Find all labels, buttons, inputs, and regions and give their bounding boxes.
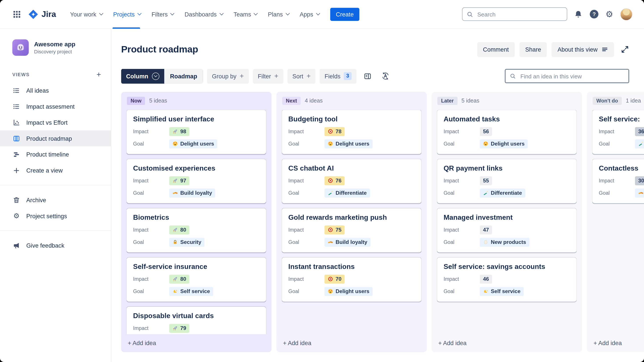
add-idea-button[interactable]: + Add idea xyxy=(587,334,644,352)
impact-value: 70 xyxy=(336,276,342,282)
idea-title: Self service: xyxy=(599,115,644,123)
idea-card[interactable]: Disposable virtual cardsImpact79 xyxy=(126,307,266,334)
fields-panel-icon[interactable] xyxy=(360,69,375,83)
about-this-view-button[interactable]: About this view xyxy=(552,42,614,57)
nav-item-your-work[interactable]: Your work xyxy=(70,0,102,28)
help-icon[interactable]: ? xyxy=(590,10,598,18)
sidebar-item-label: All ideas xyxy=(26,87,49,94)
field-label-impact: Impact xyxy=(288,276,324,282)
user-avatar[interactable] xyxy=(620,8,632,20)
project-header[interactable]: Awesome app Discovery project xyxy=(0,39,111,56)
impact-value: 36 xyxy=(638,128,644,135)
sidebar-item-all-ideas[interactable]: All ideas xyxy=(0,82,111,98)
goal-emoji-icon xyxy=(328,289,333,294)
nav-item-projects[interactable]: Projects xyxy=(113,0,141,28)
add-view-button[interactable]: + xyxy=(96,70,101,78)
field-label-impact: Impact xyxy=(444,178,480,183)
column-now: Now5 ideasSimplified user interfaceImpac… xyxy=(121,92,272,352)
sidebar-item-project-settings[interactable]: ⚙Project settings xyxy=(0,208,111,224)
field-label-impact: Impact xyxy=(288,129,324,134)
goal-label: Delight users xyxy=(180,141,214,147)
sidebar-item-impact-vs-effort[interactable]: Impact vs Effort xyxy=(0,114,111,130)
fields-button[interactable]: Fields3 xyxy=(320,69,356,83)
idea-card[interactable]: Self service: savings accountsImpact46Go… xyxy=(437,257,577,302)
idea-card[interactable]: Managed investmentImpact47GoalNew produc… xyxy=(437,208,577,252)
idea-card[interactable]: QR payment linksImpact55GoalDifferentiat… xyxy=(437,159,577,203)
impact-value: 55 xyxy=(483,178,489,184)
idea-title: Gold rewards marketing push xyxy=(288,214,415,222)
idea-card[interactable]: CS chatbot AIImpact76GoalDifferentiate xyxy=(282,159,421,203)
filter-button[interactable]: Filter+ xyxy=(253,69,284,83)
settings-icon[interactable]: ⚙ xyxy=(606,10,613,18)
idea-card[interactable]: Automated tasksImpact56GoalDelight users xyxy=(437,110,577,154)
column-status-badge: Won't do xyxy=(592,97,622,105)
sidebar-item-create-a-view[interactable]: Create a view xyxy=(0,163,111,179)
idea-card[interactable]: Budgeting toolImpact78GoalDelight users xyxy=(282,110,421,154)
field-label-impact: Impact xyxy=(288,178,324,183)
notifications-icon[interactable] xyxy=(574,10,583,19)
impact-emoji-icon xyxy=(328,276,333,282)
goal-emoji-icon xyxy=(328,239,333,245)
project-type: Discovery project xyxy=(34,49,76,54)
goal-label: New products xyxy=(491,239,526,245)
find-idea-search[interactable] xyxy=(505,69,629,83)
idea-card[interactable]: BiometricsImpact80GoalSecurity xyxy=(126,208,266,252)
goal-chip: Build loyalty xyxy=(169,188,216,197)
nav-item-dashboards[interactable]: Dashboards xyxy=(185,0,223,28)
create-button[interactable]: Create xyxy=(330,8,360,21)
idea-card[interactable]: ContactlessImpact30Goal xyxy=(592,159,644,203)
button-label: About this view xyxy=(558,46,598,53)
impact-emoji-icon xyxy=(172,129,178,134)
jira-logo[interactable]: Jira xyxy=(28,9,56,19)
jira-logo-icon xyxy=(28,9,39,19)
add-idea-button[interactable]: + Add idea xyxy=(276,334,427,352)
nav-item-label: Projects xyxy=(113,11,135,17)
plus-icon: + xyxy=(306,72,311,79)
idea-card[interactable]: Customised experiencesImpact97GoalBuild … xyxy=(126,159,266,203)
goal-label: Differentiate xyxy=(491,190,522,196)
idea-title: CS chatbot AI xyxy=(288,165,415,173)
sidebar-tool-items: Archive⚙Project settings xyxy=(0,192,111,224)
view-name-label: Roadmap xyxy=(164,69,203,83)
idea-card[interactable]: Gold rewards marketing pushImpact75GoalB… xyxy=(282,208,421,252)
comment-button[interactable]: Comment xyxy=(477,42,514,57)
find-idea-input[interactable] xyxy=(520,72,624,80)
idea-title: Simplified user interface xyxy=(133,115,260,123)
impact-chip: 46 xyxy=(480,275,492,284)
auto-sort-icon[interactable] xyxy=(378,69,393,83)
column-later: Later5 ideasAutomated tasksImpact56GoalD… xyxy=(432,92,582,352)
column-cards: Automated tasksImpact56GoalDelight users… xyxy=(437,110,577,334)
global-search[interactable] xyxy=(462,7,567,21)
megaphone-icon xyxy=(12,241,20,249)
impact-chip: 55 xyxy=(480,176,492,185)
nav-item-filters[interactable]: Filters xyxy=(152,0,174,28)
nav-item-apps[interactable]: Apps xyxy=(300,0,320,28)
nav-item-teams[interactable]: Teams xyxy=(234,0,257,28)
group-by-button[interactable]: Group by+ xyxy=(207,69,249,83)
sidebar-item-impact-assesment[interactable]: Impact assesment xyxy=(0,98,111,114)
sidebar-item-product-roadmap[interactable]: Product roadmap xyxy=(0,130,111,147)
idea-card[interactable]: Self-service insuranceImpact80GoalSelf s… xyxy=(126,257,266,302)
add-idea-button[interactable]: + Add idea xyxy=(432,334,582,352)
impact-value: 97 xyxy=(180,178,186,184)
share-button[interactable]: Share xyxy=(520,42,547,57)
idea-card[interactable]: Instant transactionsImpact70GoalDelight … xyxy=(282,257,421,302)
idea-card[interactable]: Self service:Impact36Goal xyxy=(592,110,644,154)
global-search-input[interactable] xyxy=(476,10,563,18)
app-switcher-icon[interactable] xyxy=(12,10,21,19)
gear-icon: ⚙ xyxy=(12,212,20,220)
goal-chip xyxy=(635,188,644,197)
fullscreen-icon[interactable] xyxy=(621,45,629,54)
idea-title: Biometrics xyxy=(133,214,260,222)
view-type-switcher[interactable]: Column Roadmap xyxy=(121,69,203,83)
sort-button[interactable]: Sort+ xyxy=(287,69,316,83)
goal-emoji-icon xyxy=(483,190,488,195)
idea-card[interactable]: Simplified user interfaceImpact98GoalDel… xyxy=(126,110,266,154)
sidebar-item-product-timeline[interactable]: Product timeline xyxy=(0,147,111,163)
goal-emoji-icon xyxy=(172,141,178,147)
sidebar-item-archive[interactable]: Archive xyxy=(0,192,111,208)
sidebar-item-give-feedback[interactable]: Give feedback xyxy=(0,237,111,253)
nav-item-plans[interactable]: Plans xyxy=(268,0,289,28)
add-idea-button[interactable]: + Add idea xyxy=(121,334,272,352)
app-window: Jira Your workProjectsFiltersDashboardsT… xyxy=(0,0,644,362)
